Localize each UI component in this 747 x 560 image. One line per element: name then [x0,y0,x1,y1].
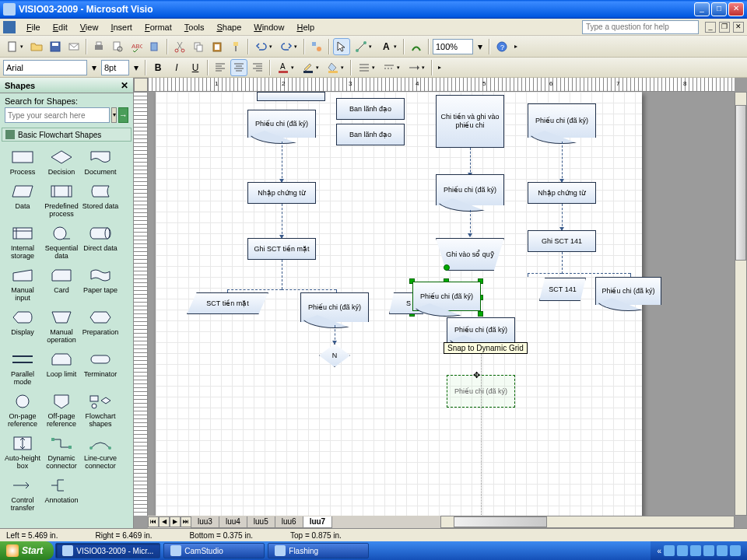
shape-predefined-process[interactable]: Predefined process [42,180,81,222]
rotation-handle[interactable] [444,264,450,271]
save-button[interactable] [47,38,64,55]
shape-dynamic-connector[interactable]: Dynamic connector [42,432,81,474]
shape-internal-storage[interactable]: Internal storage [3,222,42,264]
shapes-panel-close[interactable]: ✕ [121,80,128,91]
shape-direct-data[interactable]: Direct data [81,222,120,264]
shape-control-transfer[interactable]: Control transfer [3,474,42,516]
flowchart-shape[interactable]: SCT 141 [539,278,586,301]
menu-edit[interactable]: Edit [47,21,74,33]
tray-icon[interactable] [717,545,728,556]
ink-button[interactable] [408,38,425,55]
shape-on-page-ref[interactable]: On-page reference [3,390,42,432]
resize-handle[interactable] [478,311,483,317]
shape-annotation[interactable]: Annotation [42,474,81,516]
flowchart-shape[interactable]: Phiếu chi (đã ký) [447,317,515,342]
menu-format[interactable]: Format [139,21,178,33]
zoom-input[interactable] [433,39,473,54]
menu-help[interactable]: Help [290,21,321,33]
scroll-thumb[interactable] [735,105,746,261]
search-go-button[interactable]: → [118,107,128,123]
shape-flowchart-shapes[interactable]: Flowchart shapes [81,390,120,432]
tab-nav-next[interactable]: ▶ [170,516,181,527]
paste-button[interactable] [209,38,226,55]
redo-button[interactable] [277,38,300,55]
flowchart-shape[interactable]: Phiếu chi (đã ký) [247,110,316,138]
font-name-input[interactable] [3,60,87,75]
shapes-search-input[interactable] [5,107,110,123]
flowchart-shape[interactable]: Ghi SCT tiền mặt [247,238,316,260]
italic-button[interactable]: I [168,59,185,76]
stencil-title-bar[interactable]: Basic Flowchart Shapes [2,128,132,142]
taskbar-item[interactable]: Flashing [268,543,369,558]
taskbar-item[interactable]: VISIO03-2009 - Micr... [55,543,160,558]
tray-expand-icon[interactable]: « [657,547,661,555]
flowchart-shape[interactable]: Nhập chứng từ [528,182,596,204]
font-dropdown[interactable]: ▾ [89,59,100,76]
horizontal-scrollbar[interactable] [440,516,735,528]
menu-tools[interactable]: Tools [178,21,211,33]
line-ends-button[interactable] [405,59,428,76]
text-tool-button[interactable]: A [377,38,400,55]
search-dropdown[interactable]: ▾ [111,107,117,123]
size-dropdown[interactable]: ▾ [131,59,142,76]
zoom-dropdown[interactable]: ▾ [475,38,486,55]
flowchart-shape[interactable]: Ghi SCT 141 [528,230,596,252]
shape-sequential-data[interactable]: Sequential data [42,222,81,264]
flowchart-shape-selected[interactable]: Phiếu chi (đã ký) [412,282,481,311]
close-button[interactable]: ✕ [728,2,744,16]
sheet-tab[interactable]: luu6 [275,516,303,528]
toolbar-options[interactable]: ▸ [512,38,520,55]
tab-nav-last[interactable]: ⏭ [181,516,191,527]
bold-button[interactable]: B [149,59,167,76]
shape-document[interactable]: Document [81,146,120,180]
menu-shape[interactable]: Shape [210,21,247,33]
tray-icon[interactable] [703,545,714,556]
new-button[interactable] [3,38,26,55]
tray-icon[interactable] [730,545,741,556]
flowchart-shape[interactable]: Nhập chứng từ [247,182,316,204]
flowchart-shape[interactable]: SCT tiền mặt [187,292,268,314]
copy-button[interactable] [190,38,207,55]
undo-button[interactable] [252,38,275,55]
format-painter-button[interactable] [227,38,244,55]
shape-loop-limit[interactable]: Loop limit [42,348,81,390]
line-color-button[interactable] [299,59,322,76]
shape-stored-data[interactable]: Stored data [81,180,120,222]
flowchart-shape[interactable]: Phiếu chi (đã ký) [528,103,596,138]
pointer-tool-button[interactable] [333,38,350,55]
drawing-page[interactable]: Phiếu chi (đã ký) Ban lãnh đạo Ban lãnh … [156,92,642,520]
flowchart-shape[interactable]: Ban lãnh đạo [336,124,405,145]
tray-icon[interactable] [690,545,701,556]
flowchart-shape[interactable]: Phiếu chi (đã ký) [436,174,504,205]
mdi-close[interactable]: ✕ [733,22,744,33]
format-options[interactable]: ▸ [436,59,444,76]
menu-insert[interactable]: Insert [104,21,139,33]
email-button[interactable] [65,38,82,55]
minimize-button[interactable]: _ [694,2,710,16]
flowchart-shape[interactable] [257,92,325,101]
help-button[interactable]: ? [493,38,510,55]
shape-card[interactable]: Card [42,264,81,306]
align-center-button[interactable] [230,59,247,76]
start-button[interactable]: Start [0,541,54,560]
menu-window[interactable]: Window [247,21,290,33]
mdi-minimize[interactable]: _ [705,22,716,33]
line-weight-button[interactable] [355,59,378,76]
flowchart-shape[interactable]: Ban lãnh đạo [336,98,405,120]
shapes-button[interactable] [308,38,325,55]
fill-color-button[interactable] [324,59,347,76]
vertical-scrollbar[interactable] [735,92,747,516]
sheet-tab[interactable]: luu4 [219,516,247,528]
cut-button[interactable] [171,38,188,55]
shape-process[interactable]: Process [3,146,42,180]
tray-icon[interactable] [677,545,688,556]
shape-off-page-ref[interactable]: Off-page reference [42,390,81,432]
align-right-button[interactable] [249,59,266,76]
shape-parallel-mode[interactable]: Parallel mode [3,348,42,390]
canvas-viewport[interactable]: Phiếu chi (đã ký) Ban lãnh đạo Ban lãnh … [148,92,735,516]
scroll-thumb[interactable] [454,516,547,527]
shape-preparation[interactable]: Preparation [81,306,120,348]
shape-decision[interactable]: Decision [42,146,81,180]
menu-file[interactable]: File [20,21,47,33]
shape-paper-tape[interactable]: Paper tape [81,264,120,306]
